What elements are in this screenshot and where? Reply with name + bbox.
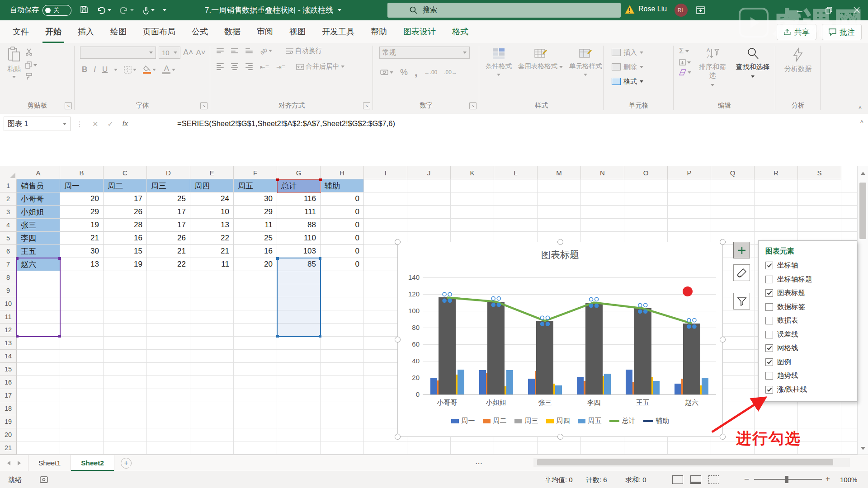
fill-color-icon[interactable]: [143, 66, 156, 74]
scroll-up-icon[interactable]: [861, 172, 865, 175]
row-header-6[interactable]: 6: [0, 245, 17, 258]
checkbox-checked-icon[interactable]: [765, 344, 773, 352]
chart-element-option-趋势线[interactable]: 趋势线: [765, 371, 798, 380]
status-average[interactable]: 平均值: 0: [545, 476, 573, 484]
borders-icon[interactable]: [124, 66, 137, 74]
increase-decimal-icon[interactable]: ←.00: [425, 69, 438, 75]
horizontal-scrollbar[interactable]: [533, 458, 850, 467]
italic-button[interactable]: I: [94, 65, 96, 74]
cell-B7[interactable]: 13: [60, 258, 104, 271]
chart-element-option-图例[interactable]: 图例: [765, 357, 791, 367]
cell-G4[interactable]: 88: [277, 219, 321, 232]
chart-element-option-坐标轴标题[interactable]: 坐标轴标题: [765, 275, 812, 284]
tab-帮助[interactable]: 帮助: [363, 20, 395, 43]
tab-页面布局[interactable]: 页面布局: [135, 20, 184, 43]
cell-G2[interactable]: 116: [277, 192, 321, 206]
user-name[interactable]: Rose Liu: [638, 5, 667, 13]
chart-legend[interactable]: 周一周二周三周四周五总计辅助: [398, 417, 722, 425]
cell-G1[interactable]: 总计: [277, 179, 321, 192]
avatar[interactable]: RL: [675, 4, 688, 17]
tab-公式[interactable]: 公式: [184, 20, 216, 43]
macro-record-icon[interactable]: [40, 476, 48, 484]
cell-H7[interactable]: 0: [321, 258, 364, 271]
font-dialog-launcher[interactable]: ↘: [200, 102, 208, 109]
row-header-7[interactable]: 7: [0, 258, 17, 271]
grow-font-icon[interactable]: A˄: [183, 48, 193, 57]
column-header-L[interactable]: L: [494, 166, 538, 179]
column-header-A[interactable]: A: [17, 166, 60, 179]
clipboard-dialog-launcher[interactable]: ↘: [65, 102, 72, 109]
cell-E2[interactable]: 24: [190, 192, 234, 206]
autosum-icon[interactable]: Σ: [679, 47, 691, 56]
autosave-toggle[interactable]: 自动保存 关: [10, 5, 71, 16]
checkbox-checked-icon[interactable]: [765, 289, 773, 297]
comma-style-icon[interactable]: ,: [415, 66, 418, 79]
cell-E4[interactable]: 13: [190, 219, 234, 232]
row-header-2[interactable]: 2: [0, 192, 17, 206]
redo-button[interactable]: [119, 6, 134, 14]
enter-icon[interactable]: ✓: [107, 120, 113, 128]
row-header-19[interactable]: 19: [0, 415, 17, 428]
number-dialog-launcher[interactable]: ↘: [469, 102, 476, 109]
cell-A2[interactable]: 小哥哥: [17, 192, 60, 206]
column-header-B[interactable]: B: [60, 166, 104, 179]
format-as-table-button[interactable]: 套用表格格式: [518, 47, 563, 78]
undo-button[interactable]: [97, 6, 111, 14]
scroll-down-icon[interactable]: [861, 447, 865, 450]
cell-C7[interactable]: 19: [104, 258, 147, 271]
row-header-13[interactable]: 13: [0, 337, 17, 350]
cell-C3[interactable]: 26: [104, 206, 147, 219]
clear-icon[interactable]: [679, 69, 691, 75]
column-header-I[interactable]: I: [364, 166, 407, 179]
chart-filters-button[interactable]: [733, 293, 750, 310]
cell-E1[interactable]: 周四: [190, 179, 234, 192]
align-left-icon[interactable]: [217, 63, 224, 70]
row-header-1[interactable]: 1: [0, 179, 17, 192]
column-header-E[interactable]: E: [190, 166, 234, 179]
add-sheet-button[interactable]: +: [121, 458, 132, 469]
page-break-view-icon[interactable]: [708, 475, 719, 484]
orientation-icon[interactable]: ab: [260, 47, 272, 55]
cell-G3[interactable]: 111: [277, 206, 321, 219]
column-header-P[interactable]: P: [668, 166, 711, 179]
column-header-K[interactable]: K: [451, 166, 494, 179]
conditional-formatting-button[interactable]: 条件格式: [486, 47, 512, 78]
column-header-O[interactable]: O: [624, 166, 668, 179]
formula-bar-collapse-icon[interactable]: ˄: [860, 118, 863, 125]
align-right-icon[interactable]: [245, 63, 253, 70]
cell-D1[interactable]: 周三: [147, 179, 190, 192]
row-header-3[interactable]: 3: [0, 206, 17, 219]
format-cells-button[interactable]: 格式: [612, 75, 674, 87]
cell-A1[interactable]: 销售员: [17, 179, 60, 192]
cell-C6[interactable]: 15: [104, 245, 147, 258]
cell-F6[interactable]: 16: [234, 245, 277, 258]
zoom-level[interactable]: 100%: [840, 476, 857, 483]
horizontal-scroll-thumb[interactable]: [537, 459, 833, 465]
row-header-12[interactable]: 12: [0, 324, 17, 337]
vertical-scrollbar[interactable]: [857, 166, 868, 455]
collapse-ribbon-icon[interactable]: ˄: [859, 105, 862, 111]
legend-item-辅助[interactable]: 辅助: [643, 417, 670, 425]
cell-H3[interactable]: 0: [321, 206, 364, 219]
legend-item-周四[interactable]: 周四: [546, 417, 570, 425]
analyze-data-button[interactable]: 分析数据: [775, 47, 821, 73]
zoom-in-icon[interactable]: +: [826, 474, 830, 483]
row-header-10[interactable]: 10: [0, 297, 17, 310]
cell-E7[interactable]: 11: [190, 258, 234, 271]
cell-B4[interactable]: 19: [60, 219, 104, 232]
column-header-R[interactable]: R: [755, 166, 798, 179]
legend-item-周二[interactable]: 周二: [483, 417, 507, 425]
status-sum[interactable]: 求和: 0: [625, 476, 646, 484]
cut-icon[interactable]: [25, 48, 37, 57]
legend-item-周一[interactable]: 周一: [451, 417, 475, 425]
column-header-D[interactable]: D: [147, 166, 190, 179]
number-format-select[interactable]: 常规: [379, 47, 470, 59]
cell-A3[interactable]: 小姐姐: [17, 206, 60, 219]
cell-D2[interactable]: 25: [147, 192, 190, 206]
tab-文件[interactable]: 文件: [5, 20, 37, 43]
cell-G7[interactable]: 85: [277, 258, 321, 271]
sheet-prev-icon[interactable]: [7, 461, 10, 465]
cell-B1[interactable]: 周一: [60, 179, 104, 192]
chart[interactable]: 图表标题 020406080100120140 小哥哥小姐姐张三李四王五赵六 周…: [397, 242, 723, 437]
select-all-corner[interactable]: [0, 166, 17, 180]
